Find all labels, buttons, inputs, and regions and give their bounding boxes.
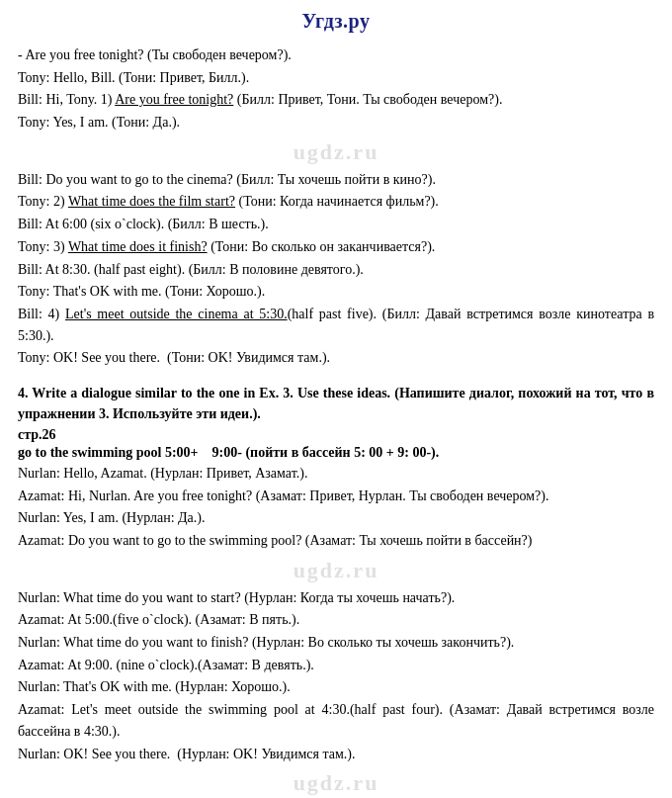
line-3: Tony: Yes, I am. (Тони: Да.). <box>18 112 654 133</box>
watermark-2: ugdz.ru <box>18 558 654 583</box>
s2-line-3: Azamat: Do you want to go to the swimmin… <box>18 530 654 552</box>
line-4: Bill: Do you want to go to the cinema? (… <box>18 169 654 191</box>
s2-line-4: Nurlan: What time do you want to start? … <box>18 587 654 609</box>
watermark-1: ugdz.ru <box>18 139 654 165</box>
s2-line-7: Azamat: At 9:00. (nine o`clock).(Азамат:… <box>18 655 654 676</box>
s2-line-6: Nurlan: What time do you want to finish?… <box>18 632 654 654</box>
line-2: Bill: Hi, Tony. 1) Are you free tonight?… <box>18 89 654 111</box>
page-ref: стр.26 <box>18 427 654 443</box>
line-11: Tony: OK! See you there. (Тони: OK! Увид… <box>18 347 654 369</box>
pool-header: go to the swimming pool 5:00+ 9:00- (пой… <box>18 445 654 461</box>
s2-line-8: Nurlan: That's OK with me. (Нурлан: Хоро… <box>18 676 654 698</box>
s2-line-1: Azamat: Hi, Nurlan. Are you free tonight… <box>18 486 654 507</box>
watermark-3: ugdz.ru <box>18 770 654 796</box>
line-6: Bill: At 6:00 (six o`clock). (Билл: В ше… <box>18 214 654 235</box>
line-9: Tony: That's OK with me. (Тони: Хорошо.)… <box>18 281 654 303</box>
exercise-header: 4. Write a dialogue similar to the one i… <box>18 383 654 424</box>
section2-text-2: Nurlan: What time do you want to start? … <box>18 587 654 765</box>
s2-line-2: Nurlan: Yes, I am. (Нурлан: Да.). <box>18 507 654 529</box>
line-10: Bill: 4) Let's meet outside the cinema a… <box>18 304 654 346</box>
section2-text: Nurlan: Hello, Azamat. (Нурлан: Привет, … <box>18 463 654 552</box>
line-7: Tony: 3) What time does it finish? (Тони… <box>18 236 654 258</box>
s2-line-5: Azamat: At 5:00.(five o`clock). (Азамат:… <box>18 609 654 631</box>
line-1: Tony: Hello, Bill. (Тони: Привет, Билл.)… <box>18 67 654 89</box>
line-8: Bill: At 8:30. (half past eight). (Билл:… <box>18 259 654 281</box>
s2-line-10: Nurlan: OK! See you there. (Нурлан: OK! … <box>18 744 654 765</box>
line-0: - Are you free tonight? (Ты свободен веч… <box>18 44 654 66</box>
line-5: Tony: 2) What time does the film start? … <box>18 191 654 213</box>
section1-text: - Are you free tonight? (Ты свободен веч… <box>18 44 654 133</box>
section1-text-2: Bill: Do you want to go to the cinema? (… <box>18 169 654 369</box>
page-header: Угдз.ру <box>0 0 672 39</box>
s2-line-9: Azamat: Let's meet outside the swimming … <box>18 699 654 742</box>
s2-line-0: Nurlan: Hello, Azamat. (Нурлан: Привет, … <box>18 463 654 485</box>
